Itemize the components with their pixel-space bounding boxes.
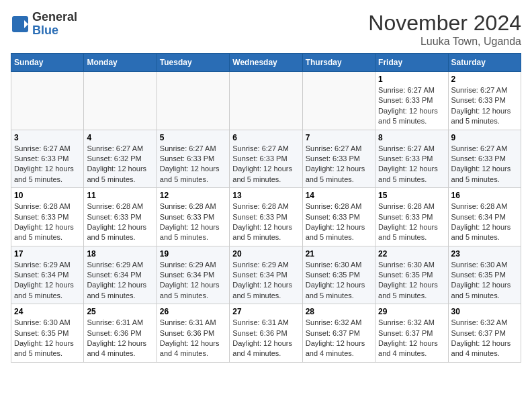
title-block: November 2024 Luuka Town, Uganda	[368, 11, 521, 48]
calendar-cell: 18Sunrise: 6:29 AM Sunset: 6:34 PM Dayli…	[84, 246, 157, 304]
day-info: Sunrise: 6:32 AM Sunset: 6:37 PM Dayligh…	[451, 318, 518, 359]
calendar-cell: 8Sunrise: 6:27 AM Sunset: 6:33 PM Daylig…	[375, 130, 448, 188]
day-header-thursday: Thursday	[302, 54, 375, 72]
week-row-2: 3Sunrise: 6:27 AM Sunset: 6:33 PM Daylig…	[11, 130, 521, 188]
day-number: 15	[378, 191, 445, 200]
week-row-3: 10Sunrise: 6:28 AM Sunset: 6:33 PM Dayli…	[11, 188, 521, 246]
day-info: Sunrise: 6:29 AM Sunset: 6:34 PM Dayligh…	[14, 260, 81, 302]
day-number: 3	[14, 133, 81, 142]
day-number: 6	[232, 133, 299, 142]
calendar-cell	[230, 72, 302, 130]
logo-blue: Blue	[32, 24, 77, 38]
calendar-cell: 11Sunrise: 6:28 AM Sunset: 6:33 PM Dayli…	[84, 188, 157, 246]
day-number: 22	[378, 249, 445, 259]
day-info: Sunrise: 6:30 AM Sunset: 6:35 PM Dayligh…	[378, 260, 445, 302]
month-title: November 2024	[368, 11, 521, 36]
calendar-cell: 29Sunrise: 6:32 AM Sunset: 6:37 PM Dayli…	[375, 304, 448, 363]
day-info: Sunrise: 6:29 AM Sunset: 6:34 PM Dayligh…	[232, 260, 299, 302]
calendar-cell: 1Sunrise: 6:27 AM Sunset: 6:33 PM Daylig…	[375, 72, 448, 130]
day-number: 18	[87, 249, 153, 259]
day-info: Sunrise: 6:31 AM Sunset: 6:36 PM Dayligh…	[160, 318, 226, 359]
calendar-cell: 23Sunrise: 6:30 AM Sunset: 6:35 PM Dayli…	[448, 246, 521, 304]
calendar-cell: 12Sunrise: 6:28 AM Sunset: 6:33 PM Dayli…	[157, 188, 229, 246]
subtitle: Luuka Town, Uganda	[368, 36, 521, 48]
day-number: 10	[14, 191, 81, 200]
day-number: 30	[451, 307, 518, 316]
day-header-monday: Monday	[84, 54, 157, 72]
calendar-cell: 6Sunrise: 6:27 AM Sunset: 6:33 PM Daylig…	[230, 130, 302, 188]
day-number: 5	[160, 133, 226, 142]
day-number: 28	[306, 307, 372, 316]
day-number: 21	[306, 249, 372, 259]
day-info: Sunrise: 6:27 AM Sunset: 6:33 PM Dayligh…	[14, 144, 81, 185]
calendar-cell: 22Sunrise: 6:30 AM Sunset: 6:35 PM Dayli…	[375, 246, 448, 304]
day-info: Sunrise: 6:29 AM Sunset: 6:34 PM Dayligh…	[87, 260, 153, 302]
calendar-cell	[11, 72, 84, 130]
day-number: 19	[160, 249, 226, 259]
calendar-cell: 28Sunrise: 6:32 AM Sunset: 6:37 PM Dayli…	[302, 304, 375, 363]
day-info: Sunrise: 6:28 AM Sunset: 6:33 PM Dayligh…	[232, 201, 299, 243]
day-number: 1	[378, 75, 445, 84]
header-row: SundayMondayTuesdayWednesdayThursdayFrid…	[11, 54, 521, 72]
calendar-cell	[84, 72, 157, 130]
calendar-cell: 9Sunrise: 6:27 AM Sunset: 6:33 PM Daylig…	[448, 130, 521, 188]
day-info: Sunrise: 6:27 AM Sunset: 6:33 PM Dayligh…	[232, 144, 299, 185]
day-number: 8	[378, 133, 445, 142]
calendar-cell: 10Sunrise: 6:28 AM Sunset: 6:33 PM Dayli…	[11, 188, 84, 246]
week-row-4: 17Sunrise: 6:29 AM Sunset: 6:34 PM Dayli…	[11, 246, 521, 304]
day-info: Sunrise: 6:32 AM Sunset: 6:37 PM Dayligh…	[306, 318, 372, 359]
day-info: Sunrise: 6:28 AM Sunset: 6:33 PM Dayligh…	[378, 201, 445, 243]
day-info: Sunrise: 6:27 AM Sunset: 6:32 PM Dayligh…	[87, 144, 153, 185]
day-number: 16	[451, 191, 518, 200]
day-number: 17	[14, 249, 81, 259]
calendar-cell: 13Sunrise: 6:28 AM Sunset: 6:33 PM Dayli…	[230, 188, 302, 246]
day-info: Sunrise: 6:28 AM Sunset: 6:33 PM Dayligh…	[14, 201, 81, 243]
day-info: Sunrise: 6:31 AM Sunset: 6:36 PM Dayligh…	[87, 318, 153, 359]
page-header: General Blue November 2024 Luuka Town, U…	[11, 11, 521, 48]
day-number: 7	[306, 133, 372, 142]
calendar-cell: 20Sunrise: 6:29 AM Sunset: 6:34 PM Dayli…	[230, 246, 302, 304]
day-info: Sunrise: 6:27 AM Sunset: 6:33 PM Dayligh…	[451, 85, 518, 127]
day-info: Sunrise: 6:27 AM Sunset: 6:33 PM Dayligh…	[160, 144, 226, 185]
calendar-table: SundayMondayTuesdayWednesdayThursdayFrid…	[11, 53, 521, 363]
week-row-5: 24Sunrise: 6:30 AM Sunset: 6:35 PM Dayli…	[11, 304, 521, 363]
day-number: 29	[378, 307, 445, 316]
day-header-tuesday: Tuesday	[157, 54, 229, 72]
day-info: Sunrise: 6:27 AM Sunset: 6:33 PM Dayligh…	[378, 144, 445, 185]
day-info: Sunrise: 6:27 AM Sunset: 6:33 PM Dayligh…	[306, 144, 372, 185]
day-number: 4	[87, 133, 153, 142]
calendar-cell: 25Sunrise: 6:31 AM Sunset: 6:36 PM Dayli…	[84, 304, 157, 363]
calendar-cell: 4Sunrise: 6:27 AM Sunset: 6:32 PM Daylig…	[84, 130, 157, 188]
logo-general: General	[32, 11, 77, 24]
calendar-cell: 17Sunrise: 6:29 AM Sunset: 6:34 PM Dayli…	[11, 246, 84, 304]
calendar-cell: 26Sunrise: 6:31 AM Sunset: 6:36 PM Dayli…	[157, 304, 229, 363]
day-header-friday: Friday	[375, 54, 448, 72]
logo-icon	[11, 15, 30, 34]
calendar-cell	[302, 72, 375, 130]
day-number: 24	[14, 307, 81, 316]
day-info: Sunrise: 6:27 AM Sunset: 6:33 PM Dayligh…	[451, 144, 518, 185]
day-header-saturday: Saturday	[448, 54, 521, 72]
day-info: Sunrise: 6:30 AM Sunset: 6:35 PM Dayligh…	[14, 318, 81, 359]
day-info: Sunrise: 6:29 AM Sunset: 6:34 PM Dayligh…	[160, 260, 226, 302]
day-info: Sunrise: 6:27 AM Sunset: 6:33 PM Dayligh…	[378, 85, 445, 127]
day-number: 9	[451, 133, 518, 142]
calendar-cell: 27Sunrise: 6:31 AM Sunset: 6:36 PM Dayli…	[230, 304, 302, 363]
day-info: Sunrise: 6:28 AM Sunset: 6:33 PM Dayligh…	[160, 201, 226, 243]
calendar-cell: 14Sunrise: 6:28 AM Sunset: 6:33 PM Dayli…	[302, 188, 375, 246]
calendar-cell	[157, 72, 229, 130]
calendar-cell: 30Sunrise: 6:32 AM Sunset: 6:37 PM Dayli…	[448, 304, 521, 363]
day-number: 20	[232, 249, 299, 259]
calendar-cell: 19Sunrise: 6:29 AM Sunset: 6:34 PM Dayli…	[157, 246, 229, 304]
week-row-1: 1Sunrise: 6:27 AM Sunset: 6:33 PM Daylig…	[11, 72, 521, 130]
calendar-cell: 2Sunrise: 6:27 AM Sunset: 6:33 PM Daylig…	[448, 72, 521, 130]
logo-text: General Blue	[32, 11, 77, 38]
day-header-wednesday: Wednesday	[230, 54, 302, 72]
calendar-cell: 5Sunrise: 6:27 AM Sunset: 6:33 PM Daylig…	[157, 130, 229, 188]
day-number: 26	[160, 307, 226, 316]
calendar-cell: 21Sunrise: 6:30 AM Sunset: 6:35 PM Dayli…	[302, 246, 375, 304]
day-info: Sunrise: 6:28 AM Sunset: 6:33 PM Dayligh…	[87, 201, 153, 243]
day-info: Sunrise: 6:31 AM Sunset: 6:36 PM Dayligh…	[232, 318, 299, 359]
day-info: Sunrise: 6:30 AM Sunset: 6:35 PM Dayligh…	[451, 260, 518, 302]
day-header-sunday: Sunday	[11, 54, 84, 72]
